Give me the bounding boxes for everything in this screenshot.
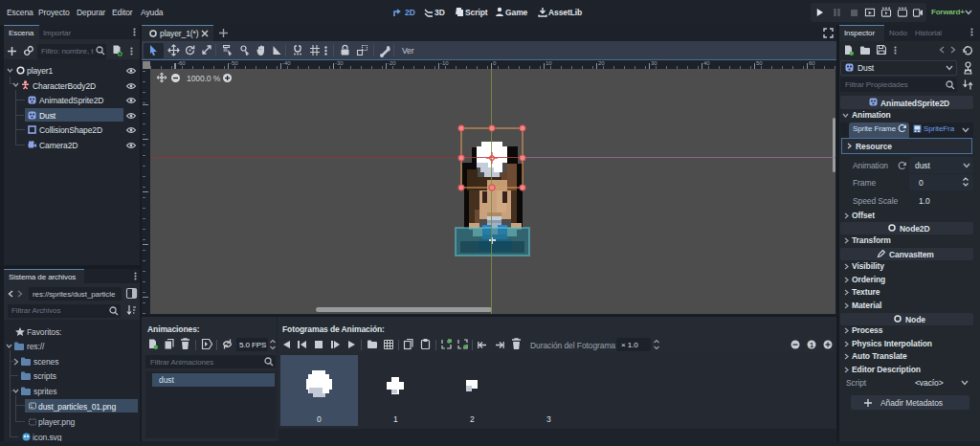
svg-text:1: 1 — [810, 341, 813, 349]
